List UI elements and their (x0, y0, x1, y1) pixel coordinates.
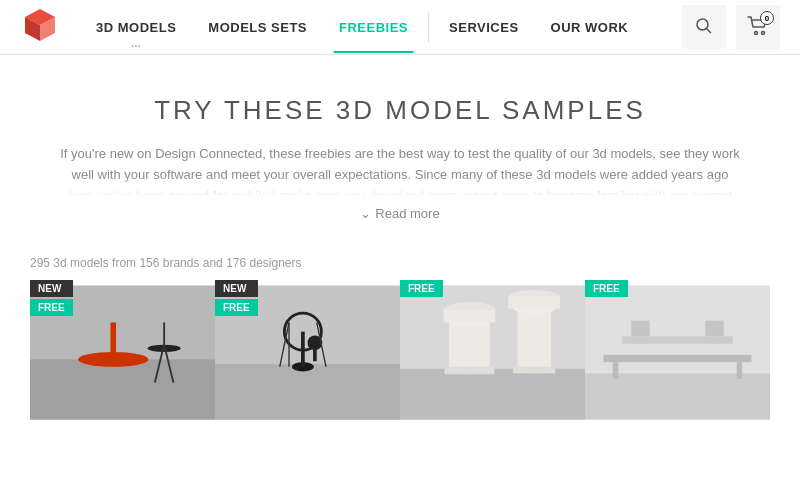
chevron-down-icon: ⌄ (360, 206, 371, 221)
badge-group: FREE (585, 280, 628, 297)
model-card[interactable]: NEW FREE (30, 280, 215, 425)
nav-item-models-sets[interactable]: MODELS SETS (192, 20, 323, 35)
svg-rect-41 (604, 355, 752, 362)
main-nav: 3D MODELS MODELS SETS FREEBIES SERVICES … (80, 12, 682, 42)
cart-badge: 0 (760, 11, 774, 25)
new-badge: NEW (215, 280, 258, 297)
model-card[interactable]: NEW FREE (215, 280, 400, 425)
svg-rect-29 (444, 367, 494, 374)
new-badge: NEW (30, 280, 73, 297)
badge-group: FREE (400, 280, 443, 297)
svg-point-6 (762, 31, 765, 34)
svg-rect-44 (622, 336, 733, 343)
hero-description: If you're new on Design Connected, these… (60, 144, 740, 196)
svg-rect-16 (215, 364, 400, 420)
svg-rect-43 (737, 362, 743, 379)
search-icon (695, 17, 713, 38)
svg-rect-40 (585, 373, 770, 419)
nav-divider (428, 12, 429, 42)
models-count: 295 3d models from 156 brands and 176 de… (0, 242, 800, 280)
svg-rect-34 (517, 309, 550, 369)
badge-group: NEW FREE (30, 280, 73, 316)
svg-rect-42 (613, 362, 619, 379)
svg-rect-10 (110, 322, 116, 359)
hero-section: TRY THESE 3D MODEL SAMPLES If you're new… (0, 55, 800, 242)
nav-item-freebies[interactable]: FREEBIES (323, 20, 424, 35)
svg-point-3 (697, 19, 708, 30)
model-card[interactable]: FREE (585, 280, 770, 425)
svg-rect-35 (513, 367, 556, 373)
svg-rect-21 (313, 343, 317, 362)
svg-line-4 (707, 28, 712, 33)
svg-rect-28 (449, 322, 490, 368)
read-more-label: Read more (375, 206, 439, 221)
model-card[interactable]: FREE (400, 280, 585, 425)
svg-rect-46 (705, 321, 724, 337)
svg-rect-8 (30, 359, 215, 419)
header-icons: 0 (682, 5, 780, 49)
cart-button[interactable]: 0 (736, 5, 780, 49)
free-badge: FREE (585, 280, 628, 297)
models-grid: NEW FREE NEW FREE (0, 280, 800, 425)
free-badge: FREE (215, 299, 258, 316)
search-button[interactable] (682, 5, 726, 49)
nav-item-3d-models[interactable]: 3D MODELS (80, 20, 192, 35)
nav-item-our-work[interactable]: OUR WORK (535, 20, 645, 35)
free-badge: FREE (400, 280, 443, 297)
svg-rect-45 (631, 321, 650, 337)
logo[interactable] (20, 7, 60, 47)
free-badge: FREE (30, 299, 73, 316)
header: 3D MODELS MODELS SETS FREEBIES SERVICES … (0, 0, 800, 55)
svg-rect-26 (400, 369, 585, 420)
svg-point-5 (755, 31, 758, 34)
badge-group: NEW FREE (215, 280, 258, 316)
svg-rect-12 (163, 322, 165, 348)
nav-item-services[interactable]: SERVICES (433, 20, 535, 35)
hero-title: TRY THESE 3D MODEL SAMPLES (60, 95, 740, 126)
read-more-button[interactable]: ⌄ Read more (360, 206, 439, 221)
svg-rect-32 (443, 309, 495, 322)
svg-rect-38 (508, 297, 560, 309)
